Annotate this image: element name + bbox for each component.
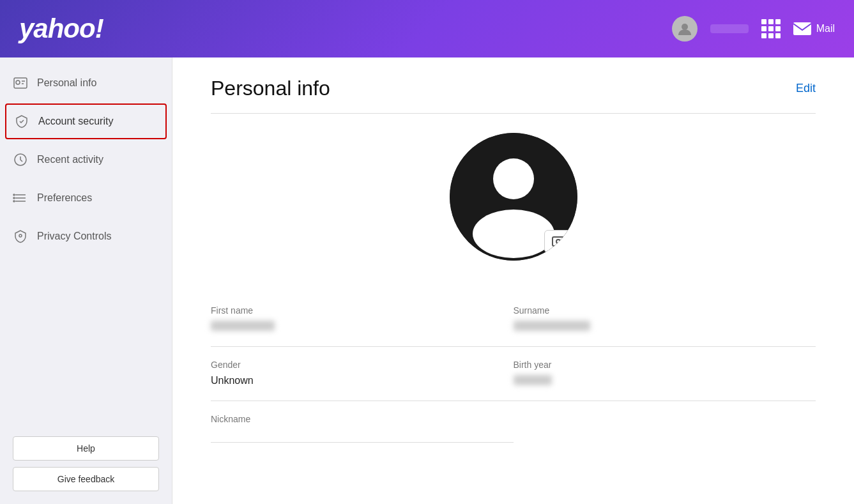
header: yahoo! Mail xyxy=(0,0,854,57)
avatar-section xyxy=(211,133,816,261)
svg-rect-1 xyxy=(793,22,811,35)
nickname-label: Nickname xyxy=(211,414,488,424)
surname-value xyxy=(514,321,590,331)
first-name-value xyxy=(211,321,275,331)
birth-year-value xyxy=(514,375,552,385)
avatar-container[interactable] xyxy=(450,133,577,261)
list-icon xyxy=(13,190,28,206)
main-content: Personal info Edit xyxy=(172,57,854,504)
sidebar-bottom: Help Give feedback xyxy=(0,430,172,498)
sidebar-item-recent-activity[interactable]: Recent activity xyxy=(0,141,172,179)
give-feedback-button[interactable]: Give feedback xyxy=(13,467,159,491)
gender-value: Unknown xyxy=(211,375,488,386)
camera-lens xyxy=(556,239,561,244)
avatar-circle xyxy=(450,133,577,261)
sidebar-item-preferences[interactable]: Preferences xyxy=(0,179,172,217)
svg-point-14 xyxy=(473,210,554,258)
header-username xyxy=(710,24,749,33)
body: Personal info Account security Recent ac… xyxy=(0,57,854,504)
surname-label: Surname xyxy=(514,305,791,316)
page-title: Personal info xyxy=(211,77,330,100)
privacy-icon xyxy=(13,229,28,244)
sidebar-item-account-security[interactable]: Account security xyxy=(5,103,167,139)
sidebar-label-account-security: Account security xyxy=(38,116,113,127)
sidebar-label-preferences: Preferences xyxy=(37,192,92,204)
grid-icon[interactable] xyxy=(761,19,781,38)
svg-point-8 xyxy=(13,194,15,195)
svg-point-10 xyxy=(13,201,15,202)
shield-icon xyxy=(14,114,29,129)
avatar[interactable] xyxy=(672,16,698,42)
svg-point-0 xyxy=(682,24,688,30)
field-surname: Surname xyxy=(514,293,816,347)
birth-year-label: Birth year xyxy=(514,360,791,370)
help-button[interactable]: Help xyxy=(13,436,159,461)
mail-button[interactable]: Mail xyxy=(793,22,835,35)
sidebar-item-privacy-controls[interactable]: Privacy Controls xyxy=(0,217,172,256)
sidebar: Personal info Account security Recent ac… xyxy=(0,57,172,504)
svg-point-13 xyxy=(493,158,534,199)
field-first-name: First name xyxy=(211,293,514,347)
sidebar-label-personal-info: Personal info xyxy=(37,77,96,89)
sidebar-item-personal-info[interactable]: Personal info xyxy=(0,64,172,102)
svg-point-3 xyxy=(16,80,20,84)
page-header: Personal info Edit xyxy=(211,77,816,100)
first-name-label: First name xyxy=(211,305,488,316)
field-birth-year: Birth year xyxy=(514,347,816,401)
svg-point-9 xyxy=(13,197,15,199)
field-nickname: Nickname xyxy=(211,401,514,443)
mail-label: Mail xyxy=(816,23,835,34)
camera-overlay[interactable] xyxy=(544,230,572,253)
info-grid: First name Surname Gender Unknown Birth … xyxy=(211,293,816,443)
header-divider xyxy=(211,113,816,114)
person-card-icon xyxy=(13,75,28,91)
gender-label: Gender xyxy=(211,360,488,370)
clock-icon xyxy=(13,152,28,167)
edit-button[interactable]: Edit xyxy=(796,82,816,95)
sidebar-label-recent-activity: Recent activity xyxy=(37,154,103,165)
yahoo-logo: yahoo! xyxy=(19,13,103,44)
camera-icon xyxy=(552,236,565,247)
header-right: Mail xyxy=(672,16,835,42)
sidebar-label-privacy-controls: Privacy Controls xyxy=(37,231,111,242)
svg-point-11 xyxy=(19,234,22,237)
field-gender: Gender Unknown xyxy=(211,347,514,401)
